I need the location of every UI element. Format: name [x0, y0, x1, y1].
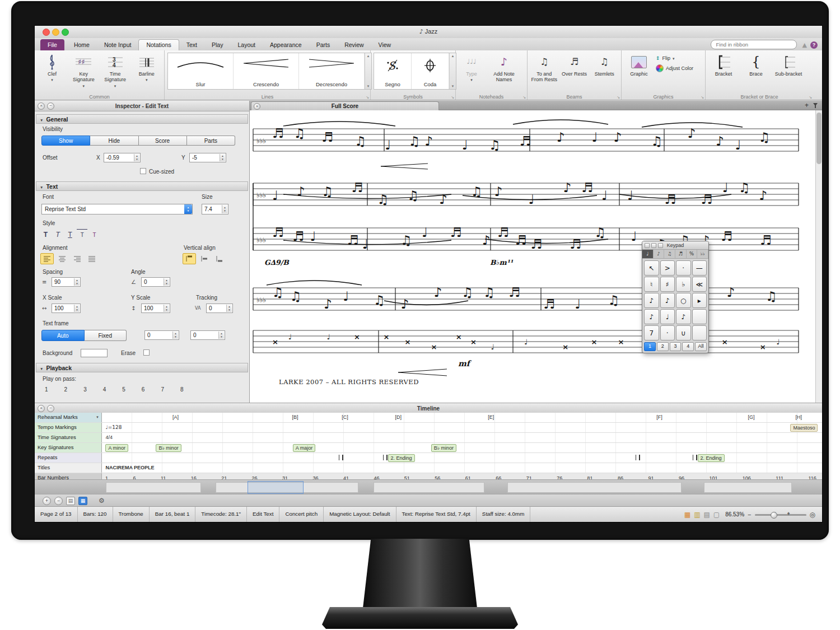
- score-canvas[interactable]: ♭♭♭♭♭♭♭♭♭♭♭♭♬♫♬♫♩♫♪♩♫♬♪♩♪♫♪♪♩♫♩♪♫♬♫♫♪♫♪♩…: [250, 110, 822, 403]
- visibility-score-button[interactable]: Score: [139, 136, 187, 146]
- tab-layout[interactable]: Layout: [230, 39, 263, 50]
- single-page-view-icon[interactable]: ▢: [713, 511, 720, 519]
- frame-fixed-button[interactable]: Fixed: [85, 330, 127, 341]
- tracking-input[interactable]: 0: [206, 304, 233, 313]
- tab-review[interactable]: Review: [337, 39, 371, 50]
- segno-button[interactable]: S Segno: [374, 53, 412, 89]
- barline-button[interactable]: Barline: [132, 52, 161, 83]
- keypad-key[interactable]: >: [660, 260, 675, 276]
- overline-button[interactable]: T: [77, 229, 87, 240]
- stepper-icon[interactable]: [220, 154, 225, 161]
- offset-x-input[interactable]: -0.59: [104, 153, 141, 162]
- pass-number[interactable]: 1: [45, 386, 48, 393]
- stepper-icon[interactable]: [74, 278, 80, 286]
- keypad-key[interactable]: ·: [660, 325, 675, 340]
- keypad-tab[interactable]: ♭♭: [697, 250, 708, 258]
- new-tab-button[interactable]: +: [805, 101, 809, 109]
- status-segment[interactable]: Bars: 120: [78, 507, 113, 522]
- slur-button[interactable]: Slur: [168, 53, 234, 89]
- align-left-button[interactable]: [40, 253, 54, 264]
- add-note-names-button[interactable]: ♪ Add Note Names: [487, 52, 521, 83]
- status-segment[interactable]: Staff size: 4.0mm: [477, 507, 531, 522]
- inspector-header[interactable]: × − Inspector - Edit Text: [35, 101, 249, 111]
- superscript-button[interactable]: T: [89, 230, 100, 240]
- row-label-tempo-markings[interactable]: Tempo Markings: [35, 423, 102, 432]
- erase-checkbox[interactable]: [143, 349, 150, 356]
- general-section-header[interactable]: General: [36, 114, 248, 124]
- repeat-barline-icon[interactable]: [383, 455, 388, 460]
- keypad-key[interactable]: —: [692, 260, 707, 276]
- brace-button[interactable]: { Brace: [741, 52, 771, 77]
- y-scale-input[interactable]: 100: [141, 304, 170, 313]
- frame-width-input[interactable]: 0: [144, 330, 179, 340]
- tab-full-score[interactable]: × Full Score: [251, 101, 439, 110]
- pages-view-icon[interactable]: ▥: [694, 511, 700, 519]
- panorama-view-icon[interactable]: ▦: [684, 511, 690, 519]
- dialog-launcher-icon[interactable]: ↘: [809, 95, 812, 99]
- pass-number[interactable]: 4: [103, 386, 106, 393]
- keypad-key[interactable]: ♮: [644, 277, 659, 292]
- beams-to-from-rests-button[interactable]: ♫ To and From Rests: [530, 52, 558, 83]
- frame-auto-button[interactable]: Auto: [41, 330, 85, 341]
- undock-icon[interactable]: −: [47, 102, 54, 110]
- keypad-key[interactable]: ♩: [660, 309, 675, 324]
- stepper-icon[interactable]: [172, 332, 178, 339]
- keypad-key[interactable]: ♪: [644, 309, 659, 324]
- sub-bracket-button[interactable]: Sub-bracket: [773, 52, 804, 77]
- row-label-key-signatures[interactable]: Key Signatures: [35, 443, 102, 452]
- filter-icon[interactable]: [813, 102, 818, 110]
- size-input[interactable]: 7.4: [202, 204, 228, 214]
- visibility-parts-button[interactable]: Parts: [187, 136, 235, 146]
- stepper-icon[interactable]: [226, 305, 232, 312]
- rehearsal-mark[interactable]: [D]: [395, 414, 402, 421]
- close-icon[interactable]: ×: [38, 405, 45, 412]
- row-label-time-signatures[interactable]: Time Signatures: [35, 433, 102, 442]
- time-signature-button[interactable]: 34 Time Signature: [101, 52, 130, 88]
- cue-sized-checkbox[interactable]: [140, 168, 146, 174]
- keypad-key[interactable]: 7: [644, 325, 659, 340]
- ending-chip[interactable]: 2. Ending: [698, 454, 725, 462]
- stepper-icon[interactable]: [74, 305, 80, 312]
- row-label-titles[interactable]: Titles: [35, 463, 102, 473]
- dialog-launcher-icon[interactable]: ↘: [522, 95, 526, 99]
- chord-symbol[interactable]: B♭m¹¹: [490, 258, 513, 267]
- status-segment[interactable]: Concert pitch: [279, 507, 324, 522]
- repeat-barline-icon[interactable]: [339, 455, 343, 460]
- timeline-zoom-out-button[interactable]: −: [54, 497, 63, 505]
- ending-chip[interactable]: 2. Ending: [388, 454, 415, 462]
- keypad-tab[interactable]: ♩: [642, 250, 654, 258]
- tab-play[interactable]: Play: [204, 39, 230, 50]
- spacing-input[interactable]: 90: [52, 277, 81, 287]
- x-scale-input[interactable]: 100: [52, 304, 81, 313]
- crescendo-button[interactable]: Crescendo: [234, 53, 299, 89]
- angle-input[interactable]: 0: [141, 277, 170, 287]
- rehearsal-mark[interactable]: [A]: [172, 414, 179, 421]
- stepper-icon[interactable]: [164, 305, 169, 312]
- warning-icon[interactable]: ▲: [802, 41, 807, 49]
- keypad-tab[interactable]: ♬: [675, 250, 687, 258]
- pass-number[interactable]: 6: [142, 386, 145, 393]
- decrescendo-button[interactable]: Decrescendo: [299, 53, 365, 89]
- keypad-tab[interactable]: %: [687, 250, 698, 258]
- stepper-icon[interactable]: [164, 278, 169, 286]
- keypad-page-button[interactable]: 1: [644, 342, 656, 351]
- help-icon[interactable]: ?: [810, 41, 818, 49]
- offset-y-input[interactable]: -5: [189, 153, 226, 162]
- status-segment[interactable]: Page 2 of 13: [35, 507, 78, 522]
- dialog-launcher-icon[interactable]: ↘: [701, 95, 704, 99]
- align-center-button[interactable]: [55, 253, 69, 264]
- vertical-scrollbar[interactable]: [815, 110, 822, 403]
- keypad-tab[interactable]: ♪: [654, 250, 665, 258]
- dialog-launcher-icon[interactable]: ↘: [451, 95, 454, 99]
- rehearsal-marks-track[interactable]: [A] [B] [C] [D] [E] [F] [G] [H]: [102, 413, 822, 422]
- beams-over-rests-button[interactable]: ♬ Over Rests: [561, 52, 589, 77]
- notehead-type-button[interactable]: ♩♩♩ Type: [459, 52, 484, 83]
- zoom-fit-icon[interactable]: ◎: [810, 511, 815, 519]
- dialog-launcher-icon[interactable]: ↘: [617, 95, 620, 99]
- key-signature-chip[interactable]: B♭ minor: [156, 444, 181, 452]
- bold-button[interactable]: T: [40, 230, 51, 240]
- valign-middle-button[interactable]: [198, 253, 211, 264]
- flip-button[interactable]: ↕ Flip: [656, 55, 693, 61]
- keypad-key[interactable]: ≪: [692, 277, 707, 292]
- key-signature-chip[interactable]: A minor: [105, 444, 128, 452]
